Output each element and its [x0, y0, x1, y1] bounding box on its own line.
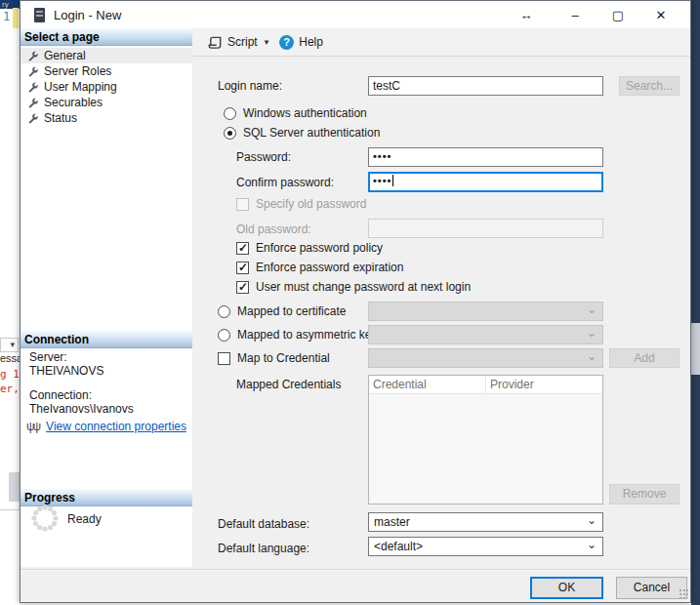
wrench-icon: [27, 51, 38, 61]
confirm-password-input[interactable]: ••••: [368, 172, 603, 192]
sidebar-item-label: Status: [44, 111, 77, 125]
script-label: Script: [227, 35, 258, 49]
dialog-title: Login - New: [54, 8, 121, 22]
password-input[interactable]: ••••: [368, 147, 603, 167]
default-language-combobox[interactable]: <default>: [368, 537, 603, 556]
must-change-password-label: User must change password at next login: [256, 280, 471, 294]
script-icon: [208, 35, 223, 50]
sidebar-item-general[interactable]: General: [21, 48, 192, 63]
mapped-to-asymmetric-key-radio[interactable]: Mapped to asymmetric key: [218, 328, 377, 342]
background-error-fragment: er,: [0, 383, 20, 395]
old-password-label: Old password:: [236, 222, 311, 236]
editor-line-number: 1: [3, 10, 10, 23]
sidebar-item-label: Securables: [44, 96, 103, 109]
wrench-icon: [27, 113, 38, 124]
page-list: General Server Roles User Mapping Secura…: [21, 48, 192, 126]
mapped-credentials-table[interactable]: Credential Provider: [368, 375, 603, 504]
remove-button: Remove: [609, 484, 679, 504]
background-combo-fragment: ▾: [0, 338, 19, 352]
checkbox-checked-icon: [236, 262, 249, 274]
script-dropdown-icon[interactable]: ▾: [263, 37, 275, 47]
checkbox-disabled-icon: [236, 198, 249, 211]
connection-value: TheIvanovs\Ivanovs: [29, 402, 185, 416]
credential-combobox: [368, 348, 603, 368]
sidebar-item-user-mapping[interactable]: User Mapping: [21, 79, 192, 95]
close-button[interactable]: ✕: [639, 8, 682, 22]
default-language-label: Default language:: [218, 542, 309, 555]
help-button[interactable]: ? Help: [274, 32, 328, 53]
sidebar-item-label: User Mapping: [44, 80, 117, 94]
resize-icon[interactable]: ↔: [499, 8, 554, 22]
toolbar: Script ▾ ? Help: [192, 28, 690, 57]
sidebar-item-status[interactable]: Status: [21, 110, 192, 126]
enforce-password-expiration-label: Enforce password expiration: [256, 261, 403, 274]
editor-change-bar: [13, 8, 19, 28]
sidebar-item-server-roles[interactable]: Server Roles: [21, 63, 192, 79]
table-header-row: Credential Provider: [369, 376, 602, 394]
sidebar: Select a page General Server Roles User …: [21, 28, 192, 567]
background-panel-fragment: [9, 472, 20, 502]
wrench-icon: [27, 66, 38, 77]
resize-grip[interactable]: [679, 588, 688, 598]
default-database-combobox[interactable]: master: [368, 512, 603, 532]
connection-label: Connection:: [29, 388, 185, 402]
map-to-credential-label: Map to Credential: [237, 351, 330, 365]
mapped-to-certificate-radio[interactable]: Mapped to certificate: [218, 304, 346, 318]
background-error-fragment: g 1: [0, 368, 20, 381]
login-name-label: Login name:: [218, 79, 282, 93]
titlebar[interactable]: Login - New ↔ – ▢ ✕: [21, 1, 690, 28]
cancel-button[interactable]: Cancel: [616, 577, 687, 599]
minimize-button[interactable]: –: [554, 8, 597, 22]
enforce-password-expiration-checkbox[interactable]: Enforce password expiration: [236, 261, 403, 274]
text-caret: [392, 175, 393, 186]
server-value: THEIVANOVS: [29, 364, 185, 378]
sidebar-item-label: Server Roles: [44, 64, 111, 78]
connection-header: Connection: [21, 331, 192, 348]
radio-icon: [224, 107, 236, 120]
sql-authentication-radio[interactable]: SQL Server authentication: [224, 126, 380, 140]
help-icon: ?: [279, 35, 294, 50]
credential-column-header: Credential: [369, 376, 486, 393]
script-button[interactable]: Script: [203, 32, 263, 53]
sidebar-item-securables[interactable]: Securables: [21, 95, 192, 110]
ok-button[interactable]: OK: [530, 577, 603, 599]
sql-authentication-label: SQL Server authentication: [243, 126, 380, 140]
default-database-label: Default database:: [218, 517, 309, 531]
select-a-page-header: Select a page: [21, 28, 192, 46]
map-to-credential-checkbox[interactable]: Map to Credential: [218, 351, 330, 365]
connection-info: Server: THEIVANOVS Connection: TheIvanov…: [29, 350, 185, 426]
background-text-fragment: essa: [0, 352, 20, 364]
progress-status: Ready: [67, 512, 102, 526]
view-connection-properties-link[interactable]: View connection properties: [46, 420, 186, 433]
mapped-to-certificate-label: Mapped to certificate: [237, 304, 346, 318]
checkbox-checked-icon: [236, 242, 249, 255]
progress-spinner-icon: [30, 504, 60, 533]
background-scrollbar-thumb[interactable]: [691, 323, 700, 375]
sidebar-item-label: General: [44, 49, 86, 62]
mapped-credentials-label: Mapped Credentials: [236, 378, 341, 391]
login-icon: [34, 8, 45, 22]
must-change-password-checkbox[interactable]: User must change password at next login: [236, 280, 471, 294]
search-button: Search...: [619, 76, 679, 96]
enforce-password-policy-checkbox[interactable]: Enforce password policy: [236, 241, 383, 255]
specify-old-password-checkbox: Specify old password: [236, 197, 366, 211]
old-password-input: [368, 219, 603, 238]
help-label: Help: [299, 35, 323, 49]
wrench-icon: [27, 82, 38, 93]
password-label: Password:: [236, 150, 291, 164]
provider-column-header: Provider: [486, 376, 602, 393]
connection-properties-icon: ψψ: [26, 420, 39, 433]
window-controls: ↔ – ▢ ✕: [499, 1, 682, 28]
maximize-button[interactable]: ▢: [597, 8, 639, 22]
checkbox-icon: [218, 352, 230, 365]
confirm-password-label: Confirm password:: [236, 176, 334, 189]
radio-icon: [218, 329, 230, 342]
screen: ry 1 ▾ essa g 1 er, Login - New ↔ – ▢ ✕ …: [0, 0, 700, 605]
login-name-input[interactable]: testC: [368, 76, 603, 96]
background-divider: [0, 509, 20, 510]
windows-authentication-label: Windows authentication: [243, 106, 367, 120]
background-editor-strip: ry 1 ▾ essa g 1 er,: [0, 0, 20, 605]
checkbox-checked-icon: [236, 281, 249, 294]
windows-authentication-radio[interactable]: Windows authentication: [224, 106, 367, 120]
radio-checked-icon: [224, 127, 236, 140]
